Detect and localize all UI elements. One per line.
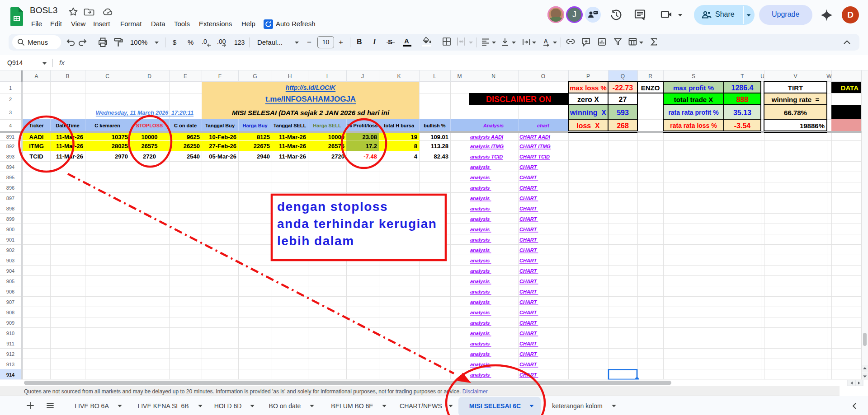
svg-text:analysis: analysis	[470, 341, 491, 346]
svg-text:MISI SELESAI 6C: MISI SELESAI 6C	[469, 402, 521, 410]
svg-text:Q: Q	[621, 73, 625, 79]
svg-text:K: K	[397, 73, 401, 79]
svg-text:CHART: CHART	[519, 206, 538, 211]
svg-text:893: 893	[6, 154, 14, 159]
svg-text:911: 911	[6, 341, 14, 346]
svg-text:907: 907	[6, 299, 14, 305]
svg-text:winning rate =: winning rate =	[771, 96, 820, 103]
svg-text:analysis: analysis	[470, 227, 491, 232]
svg-text:DISCLAIMER ON: DISCLAIMER ON	[486, 95, 551, 104]
svg-text:BELUM BO 6E: BELUM BO 6E	[331, 402, 373, 410]
svg-text:898: 898	[6, 206, 14, 211]
svg-text:CHART: CHART	[519, 175, 538, 180]
svg-text:894: 894	[6, 164, 14, 170]
svg-text:MISI SELESAI (DATA sejak 2 JAN: MISI SELESAI (DATA sejak 2 JAN 2026 sd h…	[232, 109, 390, 117]
svg-text:901: 901	[6, 237, 14, 242]
svg-text:bullish %: bullish %	[424, 123, 446, 128]
svg-text:9625: 9625	[187, 134, 200, 140]
svg-text:analysis: analysis	[470, 289, 491, 294]
svg-text:keterangan kolom: keterangan kolom	[552, 402, 602, 410]
svg-text:CHART TCID: CHART TCID	[519, 154, 550, 159]
svg-text:A: A	[34, 73, 38, 79]
svg-text:26250: 26250	[184, 143, 200, 149]
svg-text:analysis: analysis	[470, 164, 491, 170]
svg-text:Wednesday, 11 March 2026 17:2: Wednesday, 11 March 2026 17:20:11	[96, 110, 193, 116]
svg-text:I: I	[326, 73, 328, 79]
svg-text:analysis: analysis	[470, 206, 491, 211]
svg-text:analysis ITMG: analysis ITMG	[470, 144, 504, 149]
svg-text:chart: chart	[537, 123, 550, 128]
svg-text:913: 913	[6, 362, 14, 367]
svg-text:total trade X: total trade X	[674, 96, 713, 103]
svg-text:26575: 26575	[141, 143, 157, 149]
svg-text:CHART: CHART	[519, 164, 538, 170]
svg-text:-22.73: -22.73	[613, 84, 633, 92]
svg-text:Analysis: Analysis	[483, 123, 504, 128]
svg-text:analysis: analysis	[470, 216, 491, 222]
svg-text:910: 910	[6, 331, 14, 336]
svg-text:C: C	[105, 73, 109, 79]
svg-text:analysis: analysis	[470, 258, 491, 263]
svg-text:analysis: analysis	[470, 331, 491, 336]
svg-text:analysis: analysis	[470, 175, 491, 180]
svg-text:S: S	[692, 73, 695, 79]
svg-text:895: 895	[6, 175, 14, 180]
svg-text:CHART: CHART	[519, 247, 538, 253]
svg-text:Harga Buy: Harga Buy	[242, 123, 268, 128]
svg-text:analysis: analysis	[470, 320, 491, 326]
svg-text:909: 909	[6, 320, 14, 326]
svg-text:Tanggal Buy: Tanggal Buy	[205, 123, 235, 128]
svg-text:D: D	[147, 73, 151, 79]
svg-text:3: 3	[9, 110, 12, 115]
svg-text:2: 2	[9, 97, 12, 102]
svg-text:CHART: CHART	[519, 310, 538, 315]
svg-text:analysis: analysis	[470, 196, 491, 201]
svg-text:CHART: CHART	[519, 351, 538, 357]
svg-text:analysis TCID: analysis TCID	[470, 154, 503, 159]
svg-text:CHART: CHART	[519, 227, 538, 232]
svg-text:23.08: 23.08	[362, 134, 377, 140]
svg-text:1: 1	[9, 85, 12, 91]
svg-text:CHART: CHART	[519, 299, 538, 305]
svg-text:891: 891	[6, 134, 14, 140]
svg-text:17.2: 17.2	[366, 143, 377, 149]
svg-text:AADI: AADI	[29, 134, 44, 140]
svg-text:8: 8	[414, 143, 417, 149]
svg-text:2940: 2940	[257, 153, 270, 160]
svg-text:STOPLOSS: STOPLOSS	[136, 123, 163, 128]
svg-text:dengan stoploss: dengan stoploss	[277, 200, 388, 214]
svg-text:W: W	[826, 73, 832, 79]
svg-text:-7.48: -7.48	[363, 153, 377, 160]
svg-text:27-Feb-26: 27-Feb-26	[209, 143, 236, 149]
svg-text:lebih dalam: lebih dalam	[277, 234, 354, 248]
svg-text:10000: 10000	[141, 134, 157, 140]
svg-text:904: 904	[6, 268, 14, 274]
svg-text:Quotes are not sourced from al: Quotes are not sourced from all markets …	[24, 388, 488, 395]
svg-text:CHART: CHART	[519, 237, 538, 242]
svg-text:888: 888	[736, 96, 749, 103]
svg-text:analysis AADI: analysis AADI	[470, 134, 504, 140]
svg-text:2720: 2720	[143, 153, 156, 160]
svg-text:-3.54: -3.54	[734, 122, 751, 130]
svg-text:CHART: CHART	[519, 196, 538, 201]
svg-text:ENZO: ENZO	[641, 84, 660, 92]
svg-text:analysis: analysis	[470, 310, 491, 315]
svg-text:L: L	[433, 73, 436, 79]
svg-text:T: T	[741, 73, 744, 79]
svg-text:CHART: CHART	[519, 258, 538, 263]
svg-text:BO on date: BO on date	[269, 402, 301, 410]
svg-text:899: 899	[6, 216, 14, 222]
svg-text:CHART: CHART	[519, 268, 538, 274]
svg-text:11-Mar-26: 11-Mar-26	[279, 134, 306, 140]
svg-text:908: 908	[6, 310, 14, 315]
svg-text:CHART ITMG: CHART ITMG	[519, 144, 551, 149]
svg-text:27: 27	[619, 96, 627, 103]
svg-text:113.28: 113.28	[431, 143, 448, 149]
svg-text:4: 4	[9, 123, 12, 128]
svg-text:analysis: analysis	[470, 372, 491, 378]
svg-text:N: N	[491, 73, 495, 79]
svg-text:winning X: winning X	[570, 109, 606, 117]
svg-text:Tanggal SELL: Tanggal SELL	[274, 123, 307, 128]
svg-text:B: B	[66, 73, 69, 79]
svg-text:anda terhindar kerugian: anda terhindar kerugian	[277, 217, 437, 231]
